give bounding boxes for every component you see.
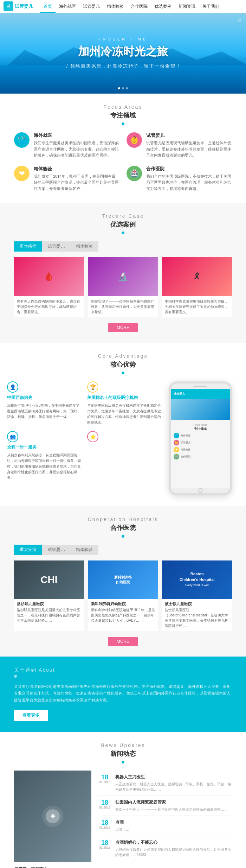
- hero-section: FROZEN TIME 加州冷冻时光之旅 / 领略最美风景，赴美冷冻卵子，留下一…: [0, 13, 246, 94]
- coop-title-cn: 合作医院: [14, 524, 232, 532]
- news-item-3: 18 01/2018 点滴妈妈心，不能忘心 更好的医疗服务让更多需要帮助的人都能…: [98, 836, 232, 861]
- trecare-section: Trecare Case 优选案例 重大疾病试管婴儿精体验验 🩸 患有先天性白血…: [0, 203, 246, 343]
- focus-desc-0: 我们专注于服务赴美求医的中国患者，凭借深厚的医疗资源合作网络，为您提供专业、贴心…: [34, 140, 119, 159]
- about-title-en: 关于遇到 About: [14, 667, 232, 673]
- navbar: 试 试管婴儿 首页海外就医试管婴儿精体验验合作医院优选案例新闻资讯关于我们: [0, 0, 246, 13]
- coop-item-2: 新科利弗特妇幼医院 新科利弗特妇幼医院 新科利弗特妇幼医院始建于1911年，是美…: [88, 560, 158, 631]
- news-bottom-title: 爱管容，不能忘心: [14, 866, 232, 868]
- navbar-logo[interactable]: 试 试管婴儿: [4, 1, 33, 11]
- navbar-link-5[interactable]: 优选案例: [151, 0, 175, 13]
- core-title-en: Core Advantage: [7, 353, 239, 359]
- focus-title-cn: 专注领域: [14, 111, 232, 120]
- phone-mockup: 试管婴儿 Focus Areas 专注领域 🩺 海外就医 👶: [169, 381, 232, 495]
- navbar-link-2[interactable]: 试管婴儿: [79, 0, 103, 13]
- coop-tab-1[interactable]: 试管婴儿: [42, 545, 70, 555]
- about-dot: [14, 675, 17, 678]
- case-desc-2: 医院实现了——一位中国慈善家捐赠医疗设备，改善基层医疗条件，为更多患者带来希望。: [88, 296, 158, 317]
- focus-title-0: 海外就医: [34, 132, 119, 139]
- trecare-dot: [122, 232, 124, 234]
- news-item-1: 18 01/2018 知因国内人流频繁家庭管家 每次一个中国人——一一一是与众多…: [98, 796, 232, 816]
- core-section: Core Advantage 核心优势 👤 中国西南独先 深耕医疗管理行业近3年…: [0, 343, 246, 506]
- adv-title-3: 全程一对一服务: [7, 444, 82, 450]
- adv-icon-2: 🏆: [87, 381, 98, 393]
- hero-dot-2[interactable]: [122, 87, 124, 89]
- focus-item-0: 🩺 海外就医 我们专注于服务赴美求医的中国患者，凭借深厚的医疗资源合作网络，为您…: [14, 132, 119, 159]
- trecare-tab-2[interactable]: 精体验验: [70, 241, 98, 252]
- coop-tab-2[interactable]: 精体验验: [70, 545, 98, 555]
- coop-desc-1: 洛杉矶儿童医院是美国最大的儿童专科医院之一，在儿科医疗领域拥有较高的声誉和丰富的…: [14, 607, 84, 626]
- focus-desc-1: 试管婴儿是应用现代辅助生殖技术，是通过体外受精技术，受精卵在体外培养并发育，经移…: [146, 140, 232, 159]
- trecare-title-cn: 优选案例: [14, 220, 232, 229]
- news-main-image: ✚: [14, 771, 91, 862]
- coop-item-3: BostonChildren's Hospitalevery child is …: [162, 560, 232, 631]
- news-title-0: 机器人主刀医生: [115, 774, 232, 780]
- news-title-1: 知因国内人流频繁家庭管家: [115, 799, 228, 805]
- news-title-cn: 新闻动态: [14, 749, 232, 758]
- coop-more-button[interactable]: MORE: [108, 637, 138, 646]
- adv-icon-3: 👥: [7, 431, 18, 442]
- focus-desc-2: 我们成立于2014年，扎根于美国，在美国拥有最好的三甲医院合作资源，提供最全面的…: [34, 173, 119, 192]
- adv-icon-4: ⭐: [87, 431, 98, 442]
- trecare-more-button[interactable]: MORE: [108, 323, 138, 332]
- about-text: 某某医疗管理有限公司是中国西南地区率先开展海外医疗服务的专业机构，专注海外就医、…: [14, 683, 232, 704]
- coop-tab-0[interactable]: 重大疾病: [14, 545, 42, 555]
- adv-item-3: 👥 全程一对一服务 从初次咨询到入院接诊、从全程翻译到回国随访，均由专职医疗顾问…: [7, 431, 82, 481]
- cooperation-section: Cooperation Hospitals 合作医院 重大疾病试管婴儿精体验验 …: [0, 506, 246, 657]
- trecare-tab-0[interactable]: 重大疾病: [14, 241, 42, 252]
- hero-desc: / 领略最美风景，赴美冷冻卵子，留下一份希望 /: [66, 63, 180, 69]
- navbar-link-4[interactable]: 合作医院: [127, 0, 151, 13]
- news-title-2: 点滴: [115, 819, 129, 825]
- adv-title-1: 中国西南独先: [7, 395, 82, 401]
- focus-title-3: 合作医院: [146, 166, 232, 172]
- news-title-en: News Updates: [14, 742, 232, 748]
- focus-item-2: ❤ 精体验验 我们成立于2014年，扎根于美国，在美国拥有最好的三甲医院合作资源…: [14, 166, 119, 192]
- news-item-2: 18 01/2018 点滴 点滴……: [98, 816, 232, 836]
- focus-item-1: 👶 试管婴儿 试管婴儿是应用现代辅助生殖技术，是通过体外受精技术，受精卵在体外培…: [127, 132, 232, 159]
- coop-title-en: Cooperation Hospitals: [14, 517, 232, 522]
- focus-icon-2: ❤: [14, 166, 30, 181]
- navbar-link-1[interactable]: 海外就医: [56, 0, 79, 13]
- adv-desc-3: 从初次咨询到入院接诊、从全程翻译到回国随访，均由专职医疗顾问全程一对一提供服务。…: [7, 452, 82, 481]
- case-item-3: 🎗 中国科学家克隆猕猴项目取得重大突破，为相关疾病研究提供了宝贵的动物模型，具有…: [162, 257, 232, 317]
- about-btn[interactable]: 查看更多: [14, 710, 48, 721]
- news-item-0: 18 01/2018 机器人主刀医生 人正坐着看病，机器人主刀医生、虚拟现实、平…: [98, 771, 232, 796]
- case-item-2: 🔬 医院实现了——一位中国慈善家捐赠医疗设备，改善基层医疗条件，为更多患者带来希…: [88, 257, 158, 317]
- trecare-tab-1[interactable]: 试管婴儿: [42, 241, 70, 252]
- adv-desc-1: 深耕医疗管理行业近3年来，在中国率先建立了覆盖西南地区的海外医疗服务网络，集「预…: [7, 403, 82, 420]
- navbar-link-7[interactable]: 关于我们: [199, 0, 223, 13]
- focus-icon-3: 🏥: [127, 166, 142, 181]
- focus-title-1: 试管婴儿: [146, 132, 232, 139]
- news-date-1: 18 01/2018: [98, 799, 111, 812]
- coop-name-3: 波士顿儿童医院: [162, 599, 232, 607]
- news-desc-3: 更好的医疗服务让更多需要帮助的人都能得到适时合理的救治，让全国各地的患者都……1…: [115, 847, 232, 857]
- hero-dot-3[interactable]: [126, 87, 128, 89]
- coop-desc-2: 新科利弗特妇幼医院始建于1911年，是美国历史最悠久的妇产科医院之一，目前年接诊…: [88, 607, 158, 626]
- hero-title: 加州冷冻时光之旅: [78, 44, 168, 59]
- hero-subtitle: FROZEN TIME: [98, 37, 148, 41]
- focus-item-3: 🏥 合作医院 我们合作的美国顶级医院，不仅在技术上处于美国乃至世界领先地位，在医…: [127, 166, 232, 192]
- case-desc-3: 中国科学家克隆猕猴项目取得重大突破，为相关疾病研究提供了宝贵的动物模型，具有重要…: [162, 296, 232, 317]
- core-dot: [122, 372, 124, 374]
- focus-dot: [122, 122, 124, 125]
- focus-desc-3: 我们合作的美国顶级医院，不仅在技术上处于美国乃至世界领先地位，在医疗管理、服务体…: [146, 173, 232, 192]
- navbar-links: 首页海外就医试管婴儿精体验验合作医院优选案例新闻资讯关于我们: [40, 0, 223, 13]
- focus-icon-1: 👶: [127, 132, 142, 148]
- news-date-0: 18 01/2018: [98, 774, 111, 792]
- hero-dot-1[interactable]: [118, 87, 120, 89]
- coop-name-2: 新科利弗特妇幼医院: [88, 599, 158, 607]
- focus-section: Focus Areas 专注领域 🩺 海外就医 我们专注于服务赴美求医的中国患者…: [0, 94, 246, 203]
- navbar-link-3[interactable]: 精体验验: [103, 0, 127, 13]
- logo-icon: 试: [4, 1, 13, 11]
- hero-close-icon[interactable]: ✕: [237, 17, 242, 24]
- focus-title-2: 精体验验: [34, 166, 119, 172]
- trecare-title-en: Trecare Case: [14, 213, 232, 219]
- coop-item-1: CHI 洛杉矶儿童医院 洛杉矶儿童医院是美国最大的儿童专科医院之一，在儿科医疗领…: [14, 560, 84, 631]
- navbar-link-6[interactable]: 新闻资讯: [175, 0, 199, 13]
- news-date-3: 18 01/2018: [98, 840, 111, 857]
- news-title-3: 点滴妈妈心，不能忘心: [115, 840, 232, 845]
- adv-title-2: 美国排名十的顶级医疗机构: [87, 395, 162, 401]
- case-desc-1: 患有先天性白血病缺陷的小童儿，通过在美国接受先进的基因疗法，成功获得治愈，重获新…: [14, 296, 84, 317]
- adv-item-2: 🏆 美国排名十的顶级医疗机构 与多家美国顶级排名医疗机构建立了长期稳定合作关系，…: [87, 381, 162, 425]
- navbar-link-0[interactable]: 首页: [40, 0, 56, 13]
- core-title-cn: 核心优势: [7, 360, 239, 369]
